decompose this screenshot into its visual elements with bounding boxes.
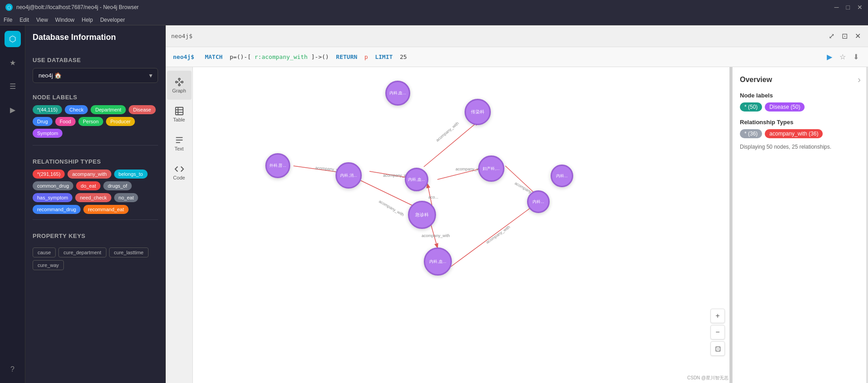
graph-node-1[interactable]: 内科,血...	[385, 81, 410, 106]
node-label-tag-department[interactable]: Department	[91, 105, 125, 114]
rel-tag-do-eat[interactable]: do_eat	[76, 181, 101, 190]
graph-icon	[174, 77, 184, 87]
view-code-button[interactable]: Code	[167, 158, 192, 187]
svg-line-19	[424, 121, 478, 167]
database-select-wrapper: neo4j 🏠 ▼	[33, 68, 158, 83]
graph-node-8[interactable]: 急诊科	[408, 201, 436, 229]
graph-node-4[interactable]: 内科,消...	[336, 162, 362, 189]
editor-prompt-text: neo4j$	[173, 53, 194, 60]
menu-view[interactable]: View	[36, 17, 48, 23]
svg-rect-8	[175, 107, 183, 115]
ov-tag-disease[interactable]: Disease (50)	[765, 102, 805, 112]
maximize-button[interactable]: □	[846, 4, 850, 11]
favorites-icon[interactable]: ★	[5, 54, 21, 71]
view-code-label: Code	[173, 175, 185, 180]
overview-chevron[interactable]: ›	[858, 74, 861, 85]
help-icon[interactable]: ?	[5, 361, 21, 378]
maximize-query-button[interactable]: ⊡	[840, 30, 849, 42]
history-icon[interactable]: ☰	[5, 78, 21, 94]
view-table-button[interactable]: Table	[167, 100, 192, 129]
rel-tag-common-drug[interactable]: common_drug	[33, 181, 73, 190]
panel-right-resize[interactable]	[866, 67, 868, 383]
node-labels-list: *(44,115) Check Department Disease Drug …	[33, 105, 158, 138]
menu-edit[interactable]: Edit	[19, 17, 29, 23]
zoom-in-button[interactable]: +	[710, 309, 725, 323]
node-label-tag-symptom[interactable]: Symptom	[33, 129, 62, 138]
view-graph-button[interactable]: Graph	[167, 71, 192, 100]
expand-query-button[interactable]: ⤢	[827, 30, 836, 42]
canvas-row: Graph Table Text	[166, 67, 868, 383]
ov-tag-all[interactable]: * (50)	[740, 102, 762, 112]
rel-tag-all[interactable]: *(291,165)	[33, 170, 65, 179]
ov-rel-all[interactable]: * (36)	[740, 129, 762, 138]
node-label-tag-drug[interactable]: Drug	[33, 117, 53, 126]
graph-node-7[interactable]: 内科...	[527, 190, 550, 213]
rel-tag-need-check[interactable]: need_check	[75, 193, 111, 202]
bookmark-query-button[interactable]: ☆	[838, 51, 848, 63]
graph-node-10[interactable]: 内科...	[551, 165, 573, 187]
saved-scripts-icon[interactable]: ▶	[5, 102, 21, 118]
menu-developer[interactable]: Developer	[100, 17, 125, 23]
node-label-tag-all[interactable]: *(44,115)	[33, 105, 62, 114]
logo-button[interactable]: ⬡	[5, 31, 21, 47]
graph-node-5[interactable]: 妇产科,...	[478, 155, 504, 182]
menu-window[interactable]: Window	[55, 17, 75, 23]
property-keys-list: cause cure_department cure_lasttime cure…	[33, 247, 158, 270]
view-graph-label: Graph	[172, 88, 186, 93]
zoom-out-button[interactable]: −	[710, 325, 725, 339]
svg-point-2	[181, 81, 183, 83]
database-select[interactable]: neo4j 🏠	[33, 68, 158, 83]
svg-line-25	[431, 223, 437, 247]
menu-file[interactable]: File	[4, 17, 12, 23]
node-label-tag-person[interactable]: Person	[78, 117, 103, 126]
var-p: p	[361, 53, 371, 60]
graph-node-6[interactable]: 内科,血...	[405, 168, 428, 191]
prop-cause[interactable]: cause	[33, 247, 56, 257]
sidebar-bottom: ?	[5, 361, 21, 378]
rel-tag-acompany[interactable]: acompany_with	[67, 170, 111, 179]
rel-tag-belongs[interactable]: belongs_to	[114, 170, 148, 179]
node-label-tag-disease[interactable]: Disease	[129, 105, 156, 114]
close-button[interactable]: ✕	[857, 4, 863, 11]
node-label-tag-food[interactable]: Food	[55, 117, 76, 126]
table-icon	[174, 106, 184, 116]
run-query-button[interactable]: ▶	[825, 51, 834, 63]
query-bar: neo4j$ ⤢ ⊡ ✕	[166, 25, 868, 47]
relation-text: r:acompany_with	[254, 53, 307, 60]
limit-val: 25	[396, 53, 407, 60]
rel-tag-recommand-eat[interactable]: recommand_eat	[83, 205, 129, 214]
editor-prompt: neo4j$ MATCH p=()-[ r:acompany_with ]->(…	[173, 53, 407, 60]
view-text-button[interactable]: Text	[167, 129, 192, 158]
rel-tag-has-symptom[interactable]: has_symptom	[33, 193, 72, 202]
graph-node-2[interactable]: 传染科	[465, 99, 491, 125]
minimize-button[interactable]: ─	[834, 4, 839, 11]
close-query-button[interactable]: ✕	[853, 30, 863, 42]
overview-panel: Overview › Node labels * (50) Disease (5…	[732, 67, 868, 383]
graph-node-9[interactable]: 内科,血...	[424, 247, 452, 276]
main-layout: ⬡ ★ ☰ ▶ ? Database Information Use datab…	[0, 25, 868, 383]
rel-tag-drugs-of[interactable]: drugs_of	[103, 181, 132, 190]
node-label-tag-check[interactable]: Check	[65, 105, 88, 114]
graph-canvas[interactable]: acompany_with acompany_with acompany_wit…	[193, 67, 732, 383]
prop-cure-department[interactable]: cure_department	[58, 247, 106, 257]
svg-point-0	[175, 81, 177, 83]
divider-2	[33, 219, 158, 220]
menu-help[interactable]: Help	[82, 17, 93, 23]
prop-cure-way[interactable]: cure_way	[33, 260, 64, 270]
svg-text:acompany_with: acompany_with	[378, 199, 405, 217]
prop-cure-lasttime[interactable]: cure_lasttime	[109, 247, 149, 257]
titlebar-left: ⬡ neo4j@bolt://localhost:7687/neo4j - Ne…	[5, 4, 139, 11]
rel-tag-no-eat[interactable]: no_eat	[114, 193, 139, 202]
overview-rel-types-heading: Relationship Types	[740, 119, 861, 126]
fit-graph-button[interactable]: ⊡	[710, 341, 725, 356]
ov-rel-acompany[interactable]: acompany_with (36)	[765, 129, 823, 138]
rel-tag-recommand-drug[interactable]: recommand_drug	[33, 205, 81, 214]
watermark: CSDN @星川智无恙	[687, 375, 729, 381]
window-controls[interactable]: ─ □ ✕	[834, 4, 863, 11]
svg-text:aco...: aco...	[428, 195, 438, 199]
download-query-button[interactable]: ⬇	[851, 51, 861, 63]
node-label-tag-producer[interactable]: Producer	[106, 117, 135, 126]
overview-title: Overview	[740, 76, 772, 84]
titlebar: ⬡ neo4j@bolt://localhost:7687/neo4j - Ne…	[0, 0, 868, 15]
graph-node-3[interactable]: 外科,普...	[265, 153, 290, 178]
